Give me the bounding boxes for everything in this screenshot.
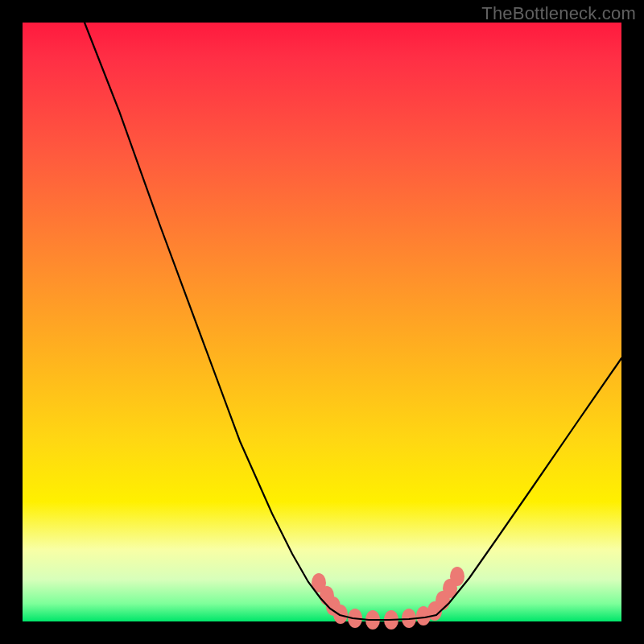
watermark-text: TheBottleneck.com bbox=[481, 3, 636, 24]
bottleneck-curve bbox=[85, 23, 621, 620]
marker-bead bbox=[450, 567, 464, 586]
chart-frame: TheBottleneck.com bbox=[0, 0, 644, 644]
chart-svg bbox=[23, 23, 621, 621]
marker-bead bbox=[333, 605, 348, 624]
chart-plot-area bbox=[23, 23, 621, 621]
